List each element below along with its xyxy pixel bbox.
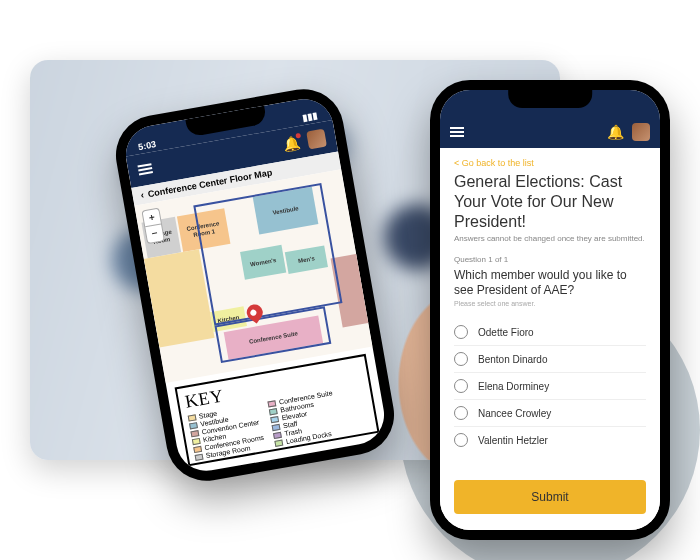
option-label: Benton Dinardo xyxy=(478,354,548,365)
vote-option[interactable]: Odette Fioro xyxy=(454,319,646,346)
radio-icon xyxy=(454,406,468,420)
option-label: Odette Fioro xyxy=(478,327,534,338)
chevron-left-icon: ‹ xyxy=(140,190,145,200)
hamburger-icon[interactable] xyxy=(137,163,153,175)
phone-notch xyxy=(508,90,592,108)
phone-right-screen: 🔔 < Go back to the list General Election… xyxy=(440,90,660,530)
hamburger-icon[interactable] xyxy=(450,127,464,137)
vote-option[interactable]: Benton Dinardo xyxy=(454,346,646,373)
room-conf1[interactable]: Conference Room 1 xyxy=(177,208,231,252)
bell-icon[interactable]: 🔔 xyxy=(607,124,624,140)
room-vestibule[interactable]: Vestibule xyxy=(253,187,319,235)
radio-icon xyxy=(454,352,468,366)
floor-map[interactable]: + − Storage Room Conference Room 1 Vesti… xyxy=(134,169,372,383)
nav-bar: 🔔 xyxy=(440,116,660,148)
phone-right: 🔔 < Go back to the list General Election… xyxy=(430,80,670,540)
vote-option[interactable]: Nancee Crowley xyxy=(454,400,646,427)
option-label: Valentin Hetzler xyxy=(478,435,548,446)
submit-button[interactable]: Submit xyxy=(454,480,646,514)
vote-option[interactable]: Elena Dorminey xyxy=(454,373,646,400)
vote-body: < Go back to the list General Elections:… xyxy=(440,148,660,478)
status-icons: ▮▮▮ xyxy=(302,111,319,123)
vote-option[interactable]: Valentin Hetzler xyxy=(454,427,646,453)
question-hint: Please select one answer. xyxy=(454,300,646,307)
avatar[interactable] xyxy=(632,123,650,141)
question-meta: Question 1 of 1 xyxy=(454,255,646,264)
room-mens[interactable]: Men's xyxy=(285,245,328,274)
map-pin-icon[interactable] xyxy=(244,301,266,323)
bell-icon[interactable]: 🔔 xyxy=(282,134,302,153)
page-title: General Elections: Cast Your Vote for Ou… xyxy=(454,172,646,232)
room-block-a xyxy=(144,249,215,347)
question-text: Which member would you like to see Presi… xyxy=(454,268,646,298)
status-time: 5:03 xyxy=(137,139,156,152)
room-side-right xyxy=(331,253,373,327)
option-label: Nancee Crowley xyxy=(478,408,551,419)
radio-icon xyxy=(454,325,468,339)
room-womens[interactable]: Women's xyxy=(240,245,286,280)
option-label: Elena Dorminey xyxy=(478,381,549,392)
radio-icon xyxy=(454,379,468,393)
submit-bar: Submit xyxy=(440,470,660,530)
avatar[interactable] xyxy=(306,129,327,150)
radio-icon xyxy=(454,433,468,447)
zoom-out-button[interactable]: − xyxy=(145,224,164,243)
page-subtitle: Answers cannot be changed once they are … xyxy=(454,234,646,243)
back-link[interactable]: < Go back to the list xyxy=(454,158,646,168)
notification-dot xyxy=(295,133,301,139)
